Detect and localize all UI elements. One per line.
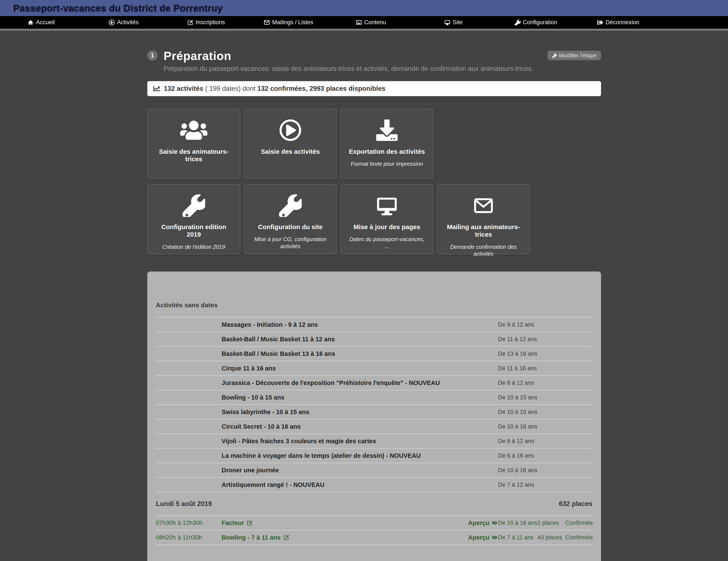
card-subtitle: Format texte pour impression (348, 160, 426, 167)
eye-icon (491, 535, 498, 540)
activities-panel: Activités sans dates Massages - Initiati… (147, 272, 601, 561)
activity-row: Bowling - 10 à 15 ans De 10 à 15 ans (156, 391, 592, 405)
activity-age-range: De 8 à 12 ans (498, 438, 592, 445)
nav-item-activites[interactable]: Activités (82, 16, 165, 29)
activity-places: 1 places (537, 520, 565, 526)
edit-icon[interactable] (283, 534, 289, 540)
activity-age-range: De 11 à 12 ans (498, 336, 592, 343)
card-configuration-edition[interactable]: Configuration edition 2019 Création de l… (147, 184, 240, 254)
activity-name: Artistiquement rangé ! - NOUVEAU (222, 481, 498, 488)
dated-activity-row: 08h20h à 11h30h Bowling - 7 à 11 ans Ape… (156, 531, 592, 545)
nav-list: Accueil Activités Inscriptions Mailings … (0, 16, 659, 29)
activity-name: Basket-Ball / Music Basket 11 à 12 ans (222, 336, 498, 343)
app-title: Passeport-vacances du District de Porren… (13, 3, 223, 13)
edit-step-label: Modifier l'étape (559, 52, 597, 59)
activity-row: Massages - Initiation - 9 à 12 ans De 9 … (156, 318, 592, 332)
nav-item-inscriptions[interactable]: Inscriptions (165, 16, 247, 29)
nav-item-configuration[interactable]: Configuration (495, 16, 577, 29)
activity-row: Basket-Ball / Music Basket 11 à 12 ans D… (156, 332, 592, 347)
activity-age-range: De 9 à 12 ans (498, 321, 592, 328)
nav-label: Déconnexion (606, 19, 639, 26)
envelope-icon (473, 192, 494, 219)
dated-activity-row: 07h30h à 12h30h Facteur Aperçu De 10 à 1… (156, 516, 592, 531)
dated-activities-list: 07h30h à 12h30h Facteur Aperçu De 10 à 1… (156, 516, 592, 545)
edit-icon[interactable] (247, 520, 253, 526)
envelope-icon (264, 19, 270, 25)
card-exportation-activites[interactable]: Exportation des activités Format texte p… (340, 109, 433, 179)
nav-item-mailings[interactable]: Mailings / Listes (247, 16, 330, 29)
nav-label: Inscriptions (196, 19, 225, 26)
activity-row: Swiss labyrinthe - 10 à 15 ans De 10 à 1… (156, 405, 592, 420)
activity-age-range: De 7 à 12 ans (498, 482, 592, 488)
card-subtitle: Demande confirmation des activités (442, 243, 525, 257)
image-icon (356, 19, 362, 25)
activity-name: Circuit Secret - 10 à 16 ans (222, 423, 498, 430)
status-confirmed: Confirmée (565, 534, 592, 541)
activity-age-range: De 10 à 16 ans (498, 520, 537, 526)
play-circle-icon (109, 19, 115, 25)
card-title: Configuration du site (256, 223, 324, 231)
card-saisie-activites[interactable]: Saisie des activités (244, 109, 337, 179)
card-mise-a-jour-pages[interactable]: Mise à jour des pages Dates du passeport… (340, 184, 433, 254)
activity-age-range: De 10 à 16 ans (498, 467, 592, 474)
activity-age-range: De 6 à 16 ans (498, 452, 592, 459)
activity-name: Cirque 11 à 16 ans (222, 365, 498, 372)
desktop-icon (375, 192, 399, 219)
home-icon (28, 19, 34, 25)
card-title: Configuration edition 2019 (152, 223, 236, 238)
edit-square-icon (187, 19, 193, 25)
day-places-total: 632 places (559, 500, 592, 508)
main-content: 1 Préparation Modifier l'étape Préparati… (147, 49, 601, 561)
preview-link[interactable]: Aperçu (468, 534, 498, 541)
activity-row: Circuit Secret - 10 à 16 ans De 10 à 16 … (156, 420, 592, 434)
nav-item-site[interactable]: Site (412, 16, 495, 29)
card-configuration-site[interactable]: Configuration du site Mise à jour CG, co… (244, 184, 337, 254)
panel-title: Activités sans dates (156, 301, 592, 309)
card-saisie-animateurs[interactable]: Saisie des animateurs-trices (147, 109, 240, 179)
activity-name: Basket-Ball / Music Basket 13 à 16 ans (222, 350, 498, 357)
status-confirmed: Confirmée (565, 519, 592, 526)
nav-label: Activités (117, 19, 139, 26)
activity-name: Facteur (222, 519, 244, 527)
nav-label: Configuration (523, 19, 557, 26)
activity-name: La machine à voyager dans le temps (atel… (222, 452, 498, 459)
activity-age-range: De 10 à 15 ans (498, 394, 592, 401)
activity-name: Vijoli - Pâtes fraiches 3 couleurs et ma… (222, 438, 498, 445)
line-chart-icon (153, 85, 161, 92)
nav-item-contenu[interactable]: Contenu (330, 16, 412, 29)
nav-item-accueil[interactable]: Accueil (0, 16, 82, 29)
page-title: Préparation (164, 49, 231, 63)
stats-confirmed: 132 confirmées, (257, 85, 307, 93)
activity-name: Swiss labyrinthe - 10 à 15 ans (222, 409, 498, 416)
cards-row-2: Configuration edition 2019 Création de l… (147, 184, 601, 254)
nav-item-deconnexion[interactable]: Déconnexion (577, 16, 659, 29)
activity-places: 40 places (537, 534, 565, 541)
wrench-icon (515, 19, 521, 25)
wrench-icon (552, 53, 557, 58)
activity-name-link[interactable]: Facteur (222, 519, 468, 527)
eye-icon (491, 520, 498, 526)
stats-places: 2993 places disponibles (309, 85, 385, 93)
activity-row: La machine à voyager dans le temps (atel… (156, 449, 592, 463)
activity-row: Vijoli - Pâtes fraiches 3 couleurs et ma… (156, 434, 592, 449)
edit-step-button[interactable]: Modifier l'étape (547, 51, 601, 60)
activity-row: Artistiquement rangé ! - NOUVEAU De 7 à … (156, 478, 592, 492)
stats-activities: 132 activités (164, 85, 203, 93)
preview-link[interactable]: Aperçu (468, 519, 498, 527)
download-icon (376, 116, 398, 144)
activity-time: 07h30h à 12h30h (156, 519, 222, 526)
card-subtitle: Mise à jour CG, configuration activités (249, 236, 332, 250)
activity-name: Bowling - 7 à 11 ans (222, 534, 281, 541)
stats-bar: 132 activités ( 199 dates) dont 132 conf… (147, 81, 601, 96)
card-mailing-animateurs[interactable]: Mailing aux animateurs-trices Demande co… (437, 184, 530, 254)
card-title: Mailing aux animateurs-trices (442, 223, 525, 238)
day-date: Lundi 5 août 2019 (156, 500, 212, 508)
nav-label: Contenu (364, 19, 386, 26)
preview-label: Aperçu (468, 534, 489, 541)
activity-age-range: De 8 à 12 ans (498, 380, 592, 386)
activity-age-range: De 7 à 11 ans (498, 534, 537, 541)
activity-row: Droner une journée De 10 à 16 ans (156, 463, 592, 478)
card-title: Saisie des activités (259, 148, 321, 155)
activities-without-dates-list: Massages - Initiation - 9 à 12 ans De 9 … (156, 317, 592, 492)
activity-name-link[interactable]: Bowling - 7 à 11 ans (222, 534, 468, 541)
